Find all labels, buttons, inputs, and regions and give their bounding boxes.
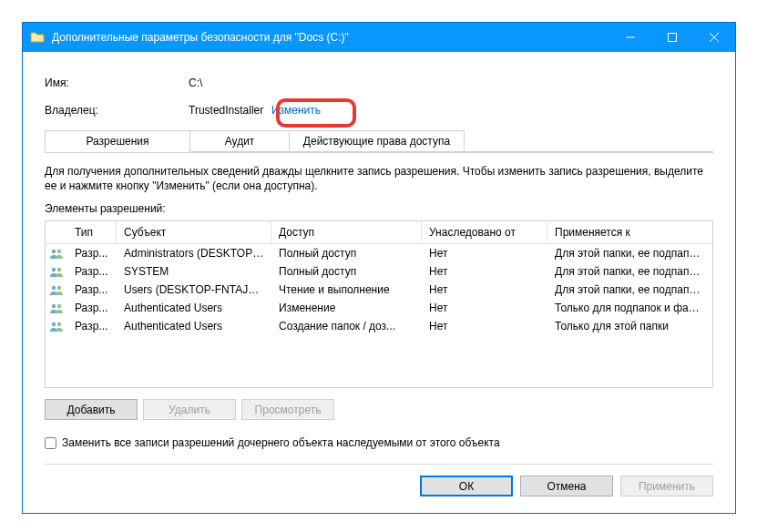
close-button[interactable] — [693, 23, 735, 52]
titlebar[interactable]: Дополнительные параметры безопасности дл… — [23, 23, 735, 52]
users-icon — [46, 321, 67, 332]
change-owner-link[interactable]: Изменить — [271, 104, 321, 117]
cell-inherited: Нет — [422, 282, 547, 297]
cell-applies: Для этой папки, ее подпапок ... — [547, 282, 712, 297]
table-row[interactable]: Разр...Authenticated UsersИзменениеНетТо… — [46, 299, 712, 317]
window-title: Дополнительные параметры безопасности дл… — [52, 31, 609, 44]
remove-button[interactable]: Удалить — [143, 399, 236, 420]
cell-access: Изменение — [271, 301, 422, 315]
svg-point-5 — [57, 250, 61, 253]
col-inherited[interactable]: Унаследовано от — [422, 221, 547, 243]
replace-inherit-label: Заменить все записи разрешений дочернего… — [62, 436, 500, 449]
table-row[interactable]: Разр...Administrators (DESKTOP-FN...Полн… — [46, 244, 712, 262]
cell-access: Полный доступ — [271, 246, 422, 261]
cell-access: Чтение и выполнение — [271, 282, 422, 297]
cell-type: Разр... — [67, 319, 117, 333]
svg-point-8 — [52, 286, 56, 290]
svg-point-10 — [52, 304, 56, 308]
perm-section-label: Элементы разрешений: — [45, 202, 713, 215]
cell-subject: Administrators (DESKTOP-FN... — [117, 246, 271, 261]
svg-point-9 — [57, 286, 61, 290]
users-icon — [46, 284, 67, 295]
col-subject[interactable]: Субъект — [117, 221, 271, 243]
name-label: Имя: — [45, 77, 189, 89]
svg-rect-1 — [669, 34, 677, 42]
help-text: Для получения дополнительных сведений дв… — [45, 164, 713, 193]
table-row[interactable]: Разр...SYSTEMПолный доступНетДля этой па… — [46, 262, 712, 281]
svg-point-13 — [57, 322, 61, 326]
cell-inherited: Нет — [422, 264, 547, 279]
tab-strip: Разрешения Аудит Действующие права досту… — [45, 130, 713, 152]
table-header: Тип Субъект Доступ Унаследовано от Приме… — [46, 221, 712, 244]
svg-point-12 — [52, 322, 56, 326]
col-type[interactable]: Тип — [67, 221, 117, 243]
svg-point-6 — [52, 268, 56, 271]
security-dialog: Дополнительные параметры безопасности дл… — [22, 22, 736, 514]
view-button[interactable]: Просмотреть — [241, 399, 334, 420]
users-icon — [46, 302, 67, 313]
tab-permissions[interactable]: Разрешения — [45, 130, 190, 152]
cell-applies: Для этой папки, ее подпапок ... — [547, 264, 712, 279]
table-row[interactable]: Разр...Authenticated UsersСоздание папок… — [46, 317, 712, 335]
table-row[interactable]: Разр...Users (DESKTOP-FNTAJVG\Us...Чтени… — [46, 281, 712, 299]
cell-inherited: Нет — [422, 301, 547, 315]
svg-point-11 — [57, 304, 61, 308]
cancel-button[interactable]: Отмена — [520, 476, 613, 496]
cell-subject: Authenticated Users — [117, 301, 271, 315]
svg-point-4 — [52, 250, 56, 253]
cell-applies: Для этой папки, ее подпапок ... — [547, 246, 712, 261]
owner-label: Владелец: — [45, 104, 189, 117]
col-access[interactable]: Доступ — [271, 221, 422, 243]
tab-effective[interactable]: Действующие права доступа — [290, 130, 465, 152]
users-icon — [46, 248, 67, 259]
cell-applies: Только для этой папки — [547, 319, 712, 333]
cell-type: Разр... — [67, 301, 117, 315]
cell-type: Разр... — [67, 282, 117, 297]
cell-subject: Authenticated Users — [117, 319, 271, 333]
cell-inherited: Нет — [422, 246, 547, 261]
cell-access: Полный доступ — [271, 264, 422, 279]
svg-point-7 — [57, 268, 61, 271]
apply-button[interactable]: Применить — [620, 476, 713, 496]
ok-button[interactable]: ОК — [420, 476, 513, 496]
permissions-table[interactable]: Тип Субъект Доступ Унаследовано от Приме… — [45, 220, 713, 388]
col-applies[interactable]: Применяется к — [547, 221, 712, 243]
cell-access: Создание папок / доз... — [271, 319, 422, 333]
tab-audit[interactable]: Аудит — [190, 130, 290, 152]
cell-subject: SYSTEM — [117, 264, 271, 279]
name-value: C:\ — [189, 77, 202, 89]
add-button[interactable]: Добавить — [45, 399, 138, 420]
cell-inherited: Нет — [422, 319, 547, 333]
users-icon — [46, 266, 67, 277]
owner-value: TrustedInstaller — [189, 104, 263, 117]
maximize-button[interactable] — [651, 23, 693, 52]
folder-icon — [30, 30, 45, 45]
window-controls — [609, 23, 735, 52]
cell-applies: Только для подпапок и файл... — [547, 301, 712, 315]
minimize-button[interactable] — [609, 23, 651, 52]
replace-inherit-checkbox[interactable] — [45, 437, 56, 449]
cell-subject: Users (DESKTOP-FNTAJVG\Us... — [117, 282, 271, 297]
cell-type: Разр... — [67, 264, 117, 279]
cell-type: Разр... — [67, 246, 117, 261]
separator — [45, 464, 713, 465]
